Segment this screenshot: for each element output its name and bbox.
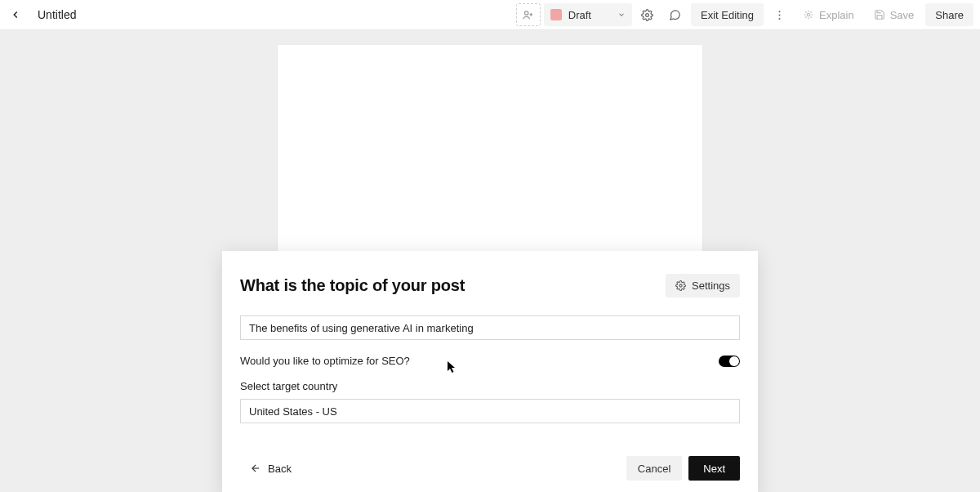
svg-point-6 (778, 17, 780, 19)
back-button[interactable] (7, 6, 24, 24)
svg-line-14 (805, 17, 806, 18)
chevron-down-icon (617, 11, 626, 19)
save-icon (874, 9, 885, 20)
svg-point-4 (778, 11, 780, 12)
comment-icon (669, 9, 681, 21)
exit-editing-button[interactable]: Exit Editing (691, 3, 764, 26)
modal-title: What is the topic of your post (240, 276, 465, 295)
seo-toggle[interactable] (719, 356, 740, 367)
save-button[interactable]: Save (866, 3, 923, 26)
share-label: Share (935, 9, 964, 21)
sparkle-icon (803, 9, 814, 20)
svg-line-15 (811, 11, 812, 12)
svg-point-7 (807, 13, 810, 16)
back-label: Back (268, 463, 292, 475)
explain-button[interactable]: Explain (795, 3, 862, 26)
svg-point-3 (646, 13, 649, 16)
country-value: United States - US (249, 405, 337, 418)
topic-modal: What is the topic of your post Settings … (222, 251, 758, 492)
arrow-left-icon (250, 463, 261, 474)
next-label: Next (703, 463, 725, 475)
exit-editing-label: Exit Editing (701, 9, 754, 21)
svg-line-12 (805, 11, 806, 12)
cancel-label: Cancel (638, 463, 670, 475)
cancel-button[interactable]: Cancel (626, 456, 682, 481)
status-swatch (550, 9, 562, 20)
toolbar-left: Untitled (7, 6, 76, 24)
next-button[interactable]: Next (688, 456, 740, 481)
gear-icon (641, 9, 653, 21)
add-collaborator-button[interactable] (516, 3, 541, 26)
svg-line-13 (811, 17, 812, 18)
comment-icon-button[interactable] (663, 3, 688, 26)
gear-icon (675, 280, 686, 291)
toolbar: Untitled Draft Exit Editing Explain Sav (0, 0, 980, 30)
settings-icon-button[interactable] (635, 3, 660, 26)
toolbar-right: Draft Exit Editing Explain Save Share (516, 3, 973, 26)
modal-footer: Back Cancel Next (240, 456, 740, 481)
toggle-knob (729, 356, 739, 366)
status-label: Draft (568, 9, 591, 21)
seo-label: Would you like to optimize for SEO? (240, 355, 410, 367)
explain-label: Explain (819, 9, 854, 21)
modal-settings-button[interactable]: Settings (666, 274, 740, 297)
svg-point-16 (679, 284, 682, 287)
page-title: Untitled (38, 8, 76, 21)
country-label: Select target country (240, 380, 740, 392)
modal-header: What is the topic of your post Settings (240, 274, 740, 297)
more-vertical-icon (773, 9, 786, 21)
svg-point-5 (778, 14, 780, 16)
back-link[interactable]: Back (240, 463, 292, 475)
seo-row: Would you like to optimize for SEO? (240, 355, 740, 367)
chevron-left-icon (10, 9, 21, 20)
country-select[interactable]: United States - US (240, 399, 740, 423)
share-button[interactable]: Share (925, 3, 973, 26)
footer-right: Cancel Next (626, 456, 740, 481)
topic-input[interactable] (240, 315, 740, 340)
more-options-button[interactable] (767, 3, 791, 26)
save-label: Save (890, 9, 915, 21)
user-add-icon (522, 9, 534, 21)
svg-point-0 (525, 11, 528, 14)
status-dropdown[interactable]: Draft (544, 3, 632, 26)
modal-settings-label: Settings (692, 280, 730, 292)
